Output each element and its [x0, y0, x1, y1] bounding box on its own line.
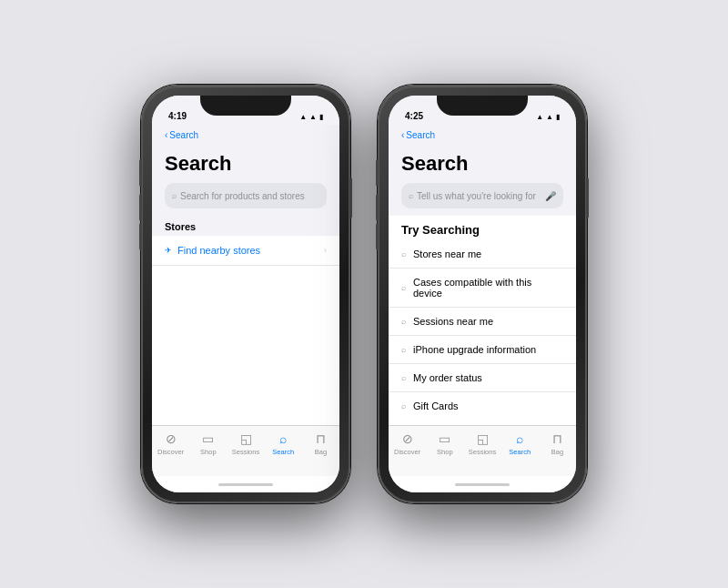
mic-icon: 🎤: [545, 191, 556, 201]
back-nav-2: ‹ Search: [389, 125, 576, 145]
search-label-2: Search: [509, 448, 531, 456]
tab-shop-1[interactable]: ▭ Shop: [189, 431, 227, 456]
location-icon: ✈: [165, 246, 172, 255]
discover-icon-1: ⊘: [166, 431, 177, 446]
suggestion-text-5: My order status: [413, 372, 482, 383]
status-time-2: 4:25: [405, 111, 423, 121]
suggestions-scroll: Try Searching ⌕ Stores near me ⌕ Cases c…: [389, 216, 576, 425]
tab-bar-2: ⊘ Discover ▭ Shop ◱ Sessions ⌕ Search ⊓ …: [389, 425, 576, 476]
status-icons-2: ▲ ▲ ▮: [536, 113, 560, 121]
suggestion-search-icon-6: ⌕: [401, 401, 406, 411]
shop-label-2: Shop: [437, 448, 453, 456]
content-1: Search ⌕ Search for products and stores …: [152, 145, 339, 425]
signal-icon-2: ▲: [536, 113, 543, 121]
sessions-label-1: Sessions: [232, 448, 259, 456]
stores-list: ✈ Find nearby stores ›: [152, 236, 339, 425]
suggestion-search-icon-4: ⌕: [401, 345, 406, 354]
back-label-2: Search: [406, 130, 435, 140]
bag-icon-1: ⊓: [316, 431, 326, 446]
phone-1: 4:19 ▲ ▲ ▮ ‹ Search Search ⌕ Search for …: [141, 85, 350, 503]
suggestion-search-icon-5: ⌕: [401, 373, 406, 382]
discover-icon-2: ⊘: [402, 431, 413, 446]
sessions-icon-1: ◱: [240, 431, 252, 446]
back-button-1[interactable]: ‹ Search: [165, 130, 198, 140]
shop-icon-1: ▭: [202, 431, 214, 446]
suggestion-sessions[interactable]: ⌕ Sessions near me: [389, 308, 576, 336]
find-nearby-stores-item[interactable]: ✈ Find nearby stores ›: [152, 236, 339, 266]
search-label-1: Search: [272, 448, 294, 456]
home-indicator-1: [152, 476, 339, 492]
back-label-1: Search: [169, 130, 198, 140]
tab-bar-1: ⊘ Discover ▭ Shop ◱ Sessions ⌕ Search ⊓ …: [152, 425, 339, 476]
suggestion-search-icon-1: ⌕: [401, 249, 406, 259]
back-nav-1: ‹ Search: [152, 125, 339, 145]
notch-1: [200, 96, 291, 116]
search-bar-icon-1: ⌕: [172, 191, 177, 200]
suggestion-text-4: iPhone upgrade information: [413, 344, 536, 355]
tab-sessions-2[interactable]: ◱ Sessions: [463, 431, 500, 456]
suggestion-stores-near-me[interactable]: ⌕ Stores near me: [389, 240, 576, 269]
suggestion-text-3: Sessions near me: [413, 316, 493, 327]
battery-icon-2: ▮: [556, 113, 560, 121]
status-time-1: 4:19: [168, 111, 187, 121]
tab-search-2[interactable]: ⌕ Search: [501, 431, 539, 456]
discover-label-1: Discover: [157, 448, 184, 456]
suggestion-text-1: Stores near me: [413, 248, 481, 259]
wifi-icon-1: ▲: [309, 113, 317, 121]
wifi-icon-2: ▲: [546, 113, 553, 121]
suggestion-text-2: Cases compatible with this device: [413, 277, 563, 299]
page-title-2: Search: [389, 145, 576, 179]
suggestion-order-status[interactable]: ⌕ My order status: [389, 364, 576, 392]
shop-icon-2: ▭: [439, 431, 450, 446]
sessions-label-2: Sessions: [469, 448, 496, 456]
shop-label-1: Shop: [200, 448, 217, 456]
search-icon-1: ⌕: [279, 431, 287, 446]
battery-icon-1: ▮: [319, 113, 323, 121]
suggestion-search-icon-2: ⌕: [401, 283, 406, 292]
tab-bag-2[interactable]: ⊓ Bag: [539, 431, 576, 456]
bag-label-1: Bag: [315, 448, 327, 456]
discover-label-2: Discover: [394, 448, 420, 456]
tab-sessions-1[interactable]: ◱ Sessions: [227, 431, 264, 456]
search-bar-icon-2: ⌕: [409, 191, 413, 200]
phone-2: 4:25 ▲ ▲ ▮ ‹ Search Search ⌕ Tell us wha…: [378, 85, 587, 503]
bag-label-2: Bag: [551, 448, 563, 456]
suggestion-iphone-upgrade[interactable]: ⌕ iPhone upgrade information: [389, 336, 576, 364]
tab-shop-2[interactable]: ▭ Shop: [426, 431, 463, 456]
phone-screen-1: 4:19 ▲ ▲ ▮ ‹ Search Search ⌕ Search for …: [152, 96, 339, 492]
search-icon-2: ⌕: [516, 431, 523, 446]
search-bar-placeholder-1: Search for products and stores: [180, 191, 319, 201]
page-title-1: Search: [152, 145, 339, 179]
tab-search-1[interactable]: ⌕ Search: [265, 431, 302, 456]
status-icons-1: ▲ ▲ ▮: [299, 113, 323, 121]
bag-icon-2: ⊓: [552, 431, 562, 446]
suggestion-cases[interactable]: ⌕ Cases compatible with this device: [389, 269, 576, 308]
home-bar-2: [455, 483, 510, 486]
chevron-right-icon: ›: [324, 246, 327, 255]
list-item-left: ✈ Find nearby stores: [165, 245, 260, 256]
home-indicator-2: [389, 476, 576, 492]
signal-icon-1: ▲: [299, 113, 307, 121]
tab-discover-2[interactable]: ⊘ Discover: [389, 431, 426, 456]
phone-screen-2: 4:25 ▲ ▲ ▮ ‹ Search Search ⌕ Tell us wha…: [389, 96, 576, 492]
back-button-2[interactable]: ‹ Search: [401, 130, 435, 140]
suggestion-text-6: Gift Cards: [413, 400, 459, 411]
search-bar-placeholder-2: Tell us what you're looking for: [417, 191, 541, 201]
home-bar-1: [218, 483, 273, 486]
section-header-stores: Stores: [152, 216, 339, 236]
notch-2: [437, 96, 528, 116]
content-2: Search ⌕ Tell us what you're looking for…: [389, 145, 576, 425]
back-chevron-1: ‹: [165, 130, 167, 140]
suggestion-search-icon-3: ⌕: [401, 317, 406, 326]
suggestion-gift-cards[interactable]: ⌕ Gift Cards: [389, 392, 576, 420]
tab-bag-1[interactable]: ⊓ Bag: [302, 431, 339, 456]
sessions-icon-2: ◱: [477, 431, 489, 446]
tab-discover-1[interactable]: ⊘ Discover: [152, 431, 189, 456]
search-bar-2[interactable]: ⌕ Tell us what you're looking for 🎤: [401, 183, 563, 208]
search-bar-1[interactable]: ⌕ Search for products and stores: [165, 183, 327, 208]
back-chevron-2: ‹: [401, 130, 404, 140]
find-nearby-stores-label: Find nearby stores: [177, 245, 260, 256]
try-searching-header: Try Searching: [389, 216, 576, 240]
